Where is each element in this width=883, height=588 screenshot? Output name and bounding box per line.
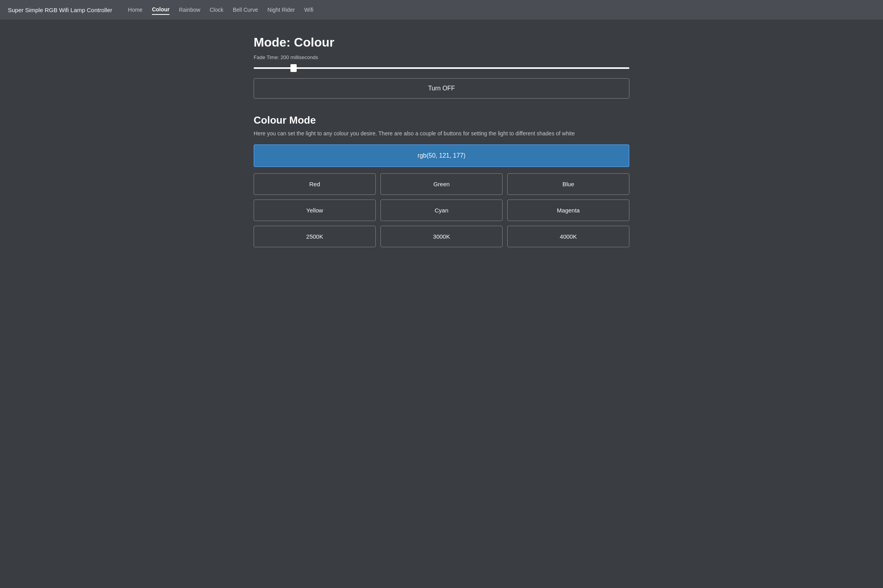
turn-off-button[interactable]: Turn OFF	[254, 78, 629, 99]
color-btn-red[interactable]: Red	[254, 173, 376, 195]
nav-link-colour[interactable]: Colour	[152, 5, 169, 15]
nav-link-home[interactable]: Home	[128, 5, 142, 14]
fade-time-label: Fade Time: 200 milliseconds	[254, 54, 629, 60]
color-buttons-grid: Red Green Blue Yellow Cyan Magenta 2500K…	[254, 173, 629, 247]
nav-link-wifi[interactable]: Wifi	[304, 5, 313, 14]
nav-link-rainbow[interactable]: Rainbow	[179, 5, 200, 14]
page-title: Mode: Colour	[254, 35, 629, 50]
color-btn-cyan[interactable]: Cyan	[380, 200, 503, 221]
navbar: Super Simple RGB Wifi Lamp Controller Ho…	[0, 0, 883, 20]
color-display[interactable]: rgb(50, 121, 177)	[254, 144, 629, 167]
nav-link-night-rider[interactable]: Night Rider	[267, 5, 295, 14]
color-btn-yellow[interactable]: Yellow	[254, 200, 376, 221]
nav-brand: Super Simple RGB Wifi Lamp Controller	[8, 7, 112, 13]
color-btn-4000k[interactable]: 4000K	[507, 226, 629, 247]
color-btn-3000k[interactable]: 3000K	[380, 226, 503, 247]
fade-time-container: Fade Time: 200 milliseconds	[254, 54, 629, 70]
nav-link-clock[interactable]: Clock	[210, 5, 223, 14]
section-title: Colour Mode	[254, 114, 629, 126]
color-btn-magenta[interactable]: Magenta	[507, 200, 629, 221]
section-description: Here you can set the light to any colour…	[254, 130, 629, 137]
color-btn-2500k[interactable]: 2500K	[254, 226, 376, 247]
nav-link-bell-curve[interactable]: Bell Curve	[233, 5, 258, 14]
color-btn-green[interactable]: Green	[380, 173, 503, 195]
color-btn-blue[interactable]: Blue	[507, 173, 629, 195]
fade-time-slider[interactable]	[254, 67, 629, 69]
main-content: Mode: Colour Fade Time: 200 milliseconds…	[246, 20, 637, 263]
